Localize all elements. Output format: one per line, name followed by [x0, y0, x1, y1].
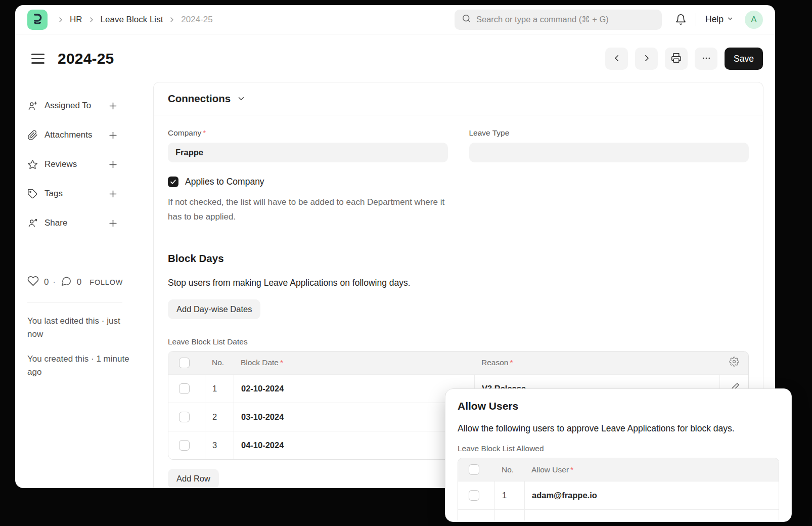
chevron-right-icon	[87, 16, 96, 24]
block-date-cell[interactable]: 04-10-2024	[234, 431, 474, 459]
block-days-title: Block Days	[168, 252, 749, 265]
leave-block-list-dates-label: Leave Block List Dates	[168, 337, 749, 346]
user-avatar[interactable]: A	[745, 11, 763, 29]
allow-users-table: No. Allow User* 1 adam@frappe.io	[458, 458, 779, 520]
sidebar-item-reviews[interactable]: Reviews	[27, 150, 153, 179]
chevron-down-icon	[237, 94, 246, 103]
navbar-right: Help A	[455, 10, 763, 30]
row-number: 1	[205, 375, 234, 403]
comments-count: 0	[77, 277, 81, 287]
leave-type-field-group: Leave Type	[469, 128, 749, 162]
sidebar-item-tags[interactable]: Tags	[27, 179, 153, 208]
help-menu[interactable]: Help	[705, 14, 734, 25]
allow-users-panel: Allow Users Allow the following users to…	[445, 388, 792, 522]
previous-record-button[interactable]	[605, 48, 628, 70]
notifications-bell-icon[interactable]	[675, 14, 687, 25]
block-date-cell[interactable]: 02-10-2024	[234, 375, 474, 403]
block-days-description: Stop users from making Leave Application…	[168, 278, 749, 288]
add-share-icon[interactable]	[108, 218, 118, 228]
row-number: 3	[205, 431, 234, 459]
block-date-cell[interactable]: 03-10-2024	[234, 403, 474, 431]
breadcrumb-item-leave-block-list[interactable]: Leave Block List	[101, 15, 163, 25]
applies-to-company-checkbox[interactable]	[168, 177, 178, 187]
frappe-hr-logo-icon	[31, 12, 44, 27]
sidebar-item-label: Assigned To	[44, 101, 91, 111]
chevron-right-icon	[642, 54, 651, 64]
sidebar-item-label: Share	[44, 218, 67, 228]
help-label: Help	[705, 14, 724, 25]
more-options-button[interactable]	[695, 48, 717, 70]
row-checkbox[interactable]	[179, 440, 190, 451]
follow-button[interactable]: FOLLOW	[89, 278, 123, 286]
paperclip-icon	[27, 130, 38, 141]
frappe-hr-logo[interactable]	[27, 10, 48, 30]
details-section: Company* Frappe Leave Type Applies to Co…	[154, 115, 763, 240]
sidebar-item-share[interactable]: Share	[27, 208, 153, 238]
next-record-button[interactable]	[635, 48, 658, 70]
sidebar-item-assigned-to[interactable]: Assigned To	[27, 91, 153, 120]
sidebar-item-label: Attachments	[44, 130, 93, 140]
navbar-divider	[696, 13, 696, 26]
allow-users-title: Allow Users	[458, 400, 779, 412]
required-asterisk: *	[280, 358, 283, 367]
search-icon	[462, 14, 471, 25]
add-attachment-icon[interactable]	[108, 130, 118, 140]
chevron-right-icon	[168, 16, 176, 24]
table-header-row: No. Block Date* Reason*	[168, 352, 748, 374]
add-row-button[interactable]: Add Row	[168, 469, 219, 488]
connections-title: Connections	[168, 93, 231, 105]
sidebar-item-label: Reviews	[44, 159, 77, 169]
table-settings-button[interactable]	[719, 352, 748, 374]
search-bar[interactable]	[455, 10, 662, 30]
save-button[interactable]: Save	[725, 48, 763, 70]
tag-icon	[27, 189, 38, 199]
star-icon	[27, 159, 38, 170]
company-label: Company*	[168, 128, 448, 138]
add-assignment-icon[interactable]	[108, 101, 118, 111]
applies-to-company-row: Applies to Company	[168, 177, 749, 187]
select-all-checkbox[interactable]	[469, 464, 479, 475]
add-tag-icon[interactable]	[108, 189, 118, 199]
row-number: 1	[494, 481, 524, 509]
sidebar-toggle-icon[interactable]	[31, 54, 44, 64]
select-all-checkbox[interactable]	[179, 358, 190, 368]
required-asterisk: *	[570, 465, 573, 474]
applies-to-company-label: Applies to Company	[185, 177, 264, 187]
comment-icon[interactable]	[61, 276, 72, 289]
row-checkbox[interactable]	[179, 383, 190, 394]
page-title: 2024-25	[58, 50, 114, 67]
separator-dot: ·	[53, 278, 55, 287]
allow-users-description: Allow the following users to approve Lea…	[458, 423, 779, 434]
screenshot-frame: HR Leave Block List 2024-25	[0, 0, 812, 526]
chevron-down-icon	[727, 14, 734, 25]
likes-count: 0	[44, 277, 49, 287]
likes-follow-row: 0 · 0 FOLLOW	[27, 275, 153, 289]
chevron-left-icon	[612, 54, 621, 64]
gear-icon	[729, 357, 739, 369]
company-field-group: Company* Frappe	[168, 128, 448, 162]
chevron-right-icon	[57, 16, 65, 24]
table-header-row: No. Allow User*	[458, 458, 779, 481]
row-checkbox[interactable]	[469, 490, 479, 501]
breadcrumb-item-current: 2024-25	[181, 15, 212, 25]
allow-user-cell[interactable]: adam@frappe.io	[524, 481, 779, 509]
row-checkbox[interactable]	[179, 412, 190, 422]
add-day-wise-dates-button[interactable]: Add Day-wise Dates	[168, 299, 260, 319]
table-row: 1 adam@frappe.io	[458, 481, 779, 509]
search-input[interactable]	[476, 15, 655, 24]
connections-header[interactable]: Connections	[154, 82, 763, 115]
applies-help-text: If not checked, the list will have to be…	[168, 195, 454, 225]
add-review-icon[interactable]	[108, 160, 118, 169]
heart-icon[interactable]	[27, 275, 39, 289]
print-button[interactable]	[665, 48, 688, 70]
column-header-no: No.	[205, 352, 234, 374]
breadcrumb-item-hr[interactable]: HR	[70, 15, 82, 25]
header-actions: Save	[605, 48, 763, 70]
required-asterisk: *	[510, 358, 513, 367]
company-input[interactable]: Frappe	[168, 143, 448, 162]
sidebar-item-attachments[interactable]: Attachments	[27, 120, 153, 150]
breadcrumb: HR Leave Block List 2024-25	[57, 15, 213, 25]
table-row-partial	[458, 509, 779, 520]
column-header-allow-user: Allow User*	[524, 458, 779, 481]
leave-type-input[interactable]	[469, 143, 749, 162]
